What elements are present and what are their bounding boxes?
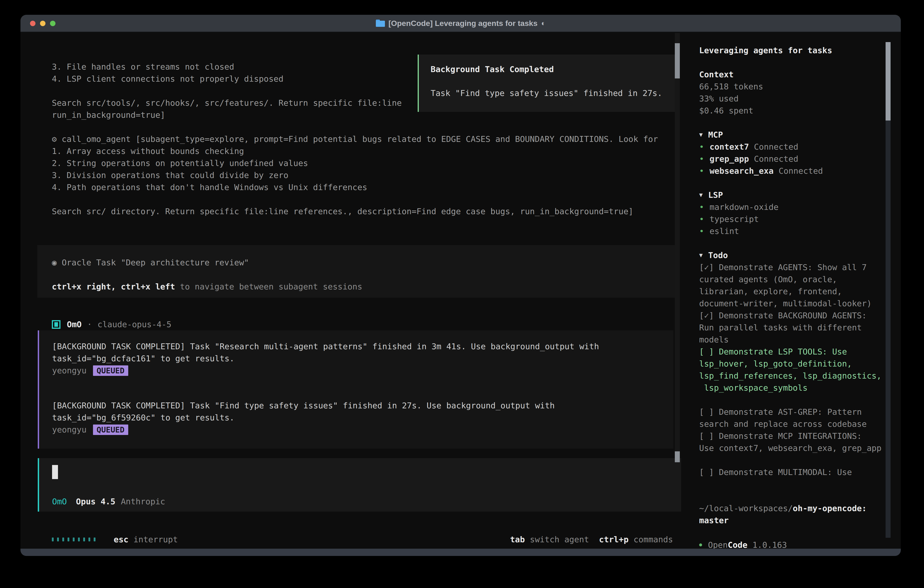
todo-line: [699, 454, 883, 466]
lsp-item: •eslint: [699, 225, 883, 237]
background-task-block: [BACKGROUND TASK COMPLETED] Task "Resear…: [38, 330, 673, 390]
spinner-dot: [57, 537, 59, 542]
todo-line: curated agents (OmO, oracle,: [699, 273, 883, 285]
window-title: [OpenCode] Leveraging agents for tasks: [389, 19, 538, 28]
task-message-line1: [BACKGROUND TASK COMPLETED] Task "Resear…: [52, 340, 673, 352]
lsp-item: •typescript: [699, 213, 883, 225]
close-button[interactable]: [30, 21, 35, 26]
lsp-items: •markdown-oxide •typescript •eslint: [699, 201, 883, 237]
chevron-down-icon: ▼: [699, 249, 703, 261]
main-scrollbar-track[interactable]: [675, 33, 680, 463]
chevron-down-icon: ▼: [699, 189, 703, 201]
model-info-row: OmO Opus 4.5 Anthropic: [52, 496, 681, 507]
background-task-block: [BACKGROUND TASK COMPLETED] Task "Find t…: [38, 390, 673, 449]
prompt-input[interactable]: OmO Opus 4.5 Anthropic: [38, 458, 681, 512]
workspace-path: ~/local-workspaces/oh-my-opencode:: [699, 502, 883, 514]
mcp-section-header[interactable]: ▼ MCP: [699, 129, 883, 141]
context-stat-line: $0.46 spent: [699, 105, 883, 117]
toast-notification[interactable]: Background Task Completed Task "Find typ…: [417, 55, 679, 112]
status-dot-icon: •: [699, 142, 704, 152]
spinner-dots: [52, 537, 96, 542]
todo-line: [✓] Demonstrate AGENTS: Show all 7: [699, 261, 883, 273]
task-user: yeongyu: [52, 425, 87, 434]
status-dot-icon: •: [699, 166, 704, 175]
context-stat-line: 66,518 tokens: [699, 81, 883, 92]
todo-line: search and replace across codebase: [699, 418, 883, 430]
terminal-window: [OpenCode] Leveraging agents for tasks ◐…: [20, 15, 901, 556]
terminal-line: [52, 121, 689, 133]
agent-icon: [52, 320, 61, 329]
toast-title: Background Task Completed: [431, 63, 678, 75]
model-provider-label: Anthropic: [121, 497, 165, 506]
folder-icon: [376, 20, 385, 27]
sidebar: Leveraging agents for tasks Context 66,5…: [699, 15, 883, 549]
context-header: Context: [699, 68, 883, 81]
main-scrollbar-thumb-secondary[interactable]: [675, 451, 680, 462]
agent-header-row: OmO · claude-opus-4-5: [52, 318, 689, 330]
app-name-dim: Open: [708, 540, 728, 550]
mcp-item: •grep_appConnected: [699, 153, 883, 165]
task-meta-row: yeongyu QUEUED: [52, 424, 673, 436]
esc-action-label: interrupt: [134, 535, 178, 544]
oracle-task-line: ◉ Oracle Task "Deep architecture review": [52, 256, 678, 269]
main-scrollbar-thumb[interactable]: [675, 43, 680, 78]
status-dot-icon: •: [699, 215, 704, 224]
task-blocks: [BACKGROUND TASK COMPLETED] Task "Resear…: [20, 330, 689, 449]
sidebar-scrollbar-thumb[interactable]: [886, 42, 891, 121]
task-message-line2: task_id="bg_dcfac161" to get results.: [52, 352, 673, 365]
spinner-dot: [94, 537, 96, 542]
todo-lines: [✓] Demonstrate AGENTS: Show all 7curate…: [699, 261, 883, 478]
task-message-line2: task_id="bg_6f59260c" to get results.: [52, 411, 673, 424]
window-title-wrap: [OpenCode] Leveraging agents for tasks ◐: [376, 19, 546, 28]
status-right: tab switch agent ctrl+p commands: [510, 535, 673, 544]
toast-body: Task "Find type safety issues" finished …: [431, 87, 678, 99]
todo-line: [ ] Demonstrate AST-GREP: Pattern: [699, 406, 883, 418]
spinner-dot: [73, 537, 74, 542]
terminal-line: [52, 193, 689, 205]
maximize-button[interactable]: [50, 21, 56, 26]
minimize-button[interactable]: [40, 21, 46, 26]
todo-line: document-writer, multimodal-looker): [699, 297, 883, 309]
task-user: yeongyu: [52, 366, 87, 375]
status-badge: QUEUED: [93, 365, 128, 376]
terminal-line: 3. Division operations that could divide…: [52, 169, 689, 181]
todo-line: Run parallel tasks with different: [699, 322, 883, 334]
status-dot-icon: [699, 543, 702, 547]
todo-line: [ ] Demonstrate MULTIMODAL: Use: [699, 466, 883, 478]
terminal-line: 4. Path operations that don't handle Win…: [52, 181, 689, 193]
session-title: Leveraging agents for tasks: [699, 45, 883, 56]
esc-key-hint: esc: [114, 535, 129, 544]
terminal-line: 2. String operations on potentially unde…: [52, 157, 689, 169]
status-dot-icon: •: [699, 226, 704, 236]
subagent-nav-hint: ctrl+x right, ctrl+x left to navigate be…: [52, 281, 678, 292]
app-name-bold: Code: [728, 540, 747, 550]
window-bottom-bar: [20, 549, 901, 556]
spinner-dot: [88, 537, 90, 542]
todo-line: [699, 394, 883, 406]
text-cursor: [52, 465, 58, 479]
oracle-task-box: ◉ Oracle Task "Deep architecture review"…: [37, 245, 678, 297]
status-bar: esc interrupt tab switch agent ctrl+p co…: [52, 533, 673, 545]
todo-line: models: [699, 334, 883, 345]
app-version: 1.0.163: [752, 540, 787, 550]
ctrlp-key-hint: ctrl+p: [599, 535, 629, 544]
terminal-line: 1. Array access without bounds checking: [52, 145, 689, 157]
ctrlp-action-label: commands: [634, 535, 673, 544]
status-dot-icon: •: [699, 202, 704, 212]
tab-action-label: switch agent: [530, 535, 589, 544]
screen: [OpenCode] Leveraging agents for tasks ◐…: [0, 0, 924, 588]
agent-name: OmO: [67, 320, 82, 329]
tab-key-hint: tab: [510, 535, 525, 544]
spinner-dot: [62, 537, 64, 542]
agent-model: claude-opus-4-5: [97, 320, 172, 329]
oracle-icon: ◉: [52, 258, 57, 267]
lsp-section-header[interactable]: ▼ LSP: [699, 189, 883, 201]
status-left: esc interrupt: [52, 535, 178, 544]
todo-line: [ ] Demonstrate LSP TOOLS: Use: [699, 345, 883, 358]
context-stats: 66,518 tokens33% used$0.46 spent: [699, 81, 883, 117]
todo-line: lsp_workspace_symbols: [699, 382, 883, 394]
spinner-dot: [52, 537, 54, 542]
todo-line: librarian, explore, frontend,: [699, 285, 883, 297]
todo-section-header[interactable]: ▼ Todo: [699, 249, 883, 261]
task-meta-row: yeongyu QUEUED: [52, 365, 673, 377]
